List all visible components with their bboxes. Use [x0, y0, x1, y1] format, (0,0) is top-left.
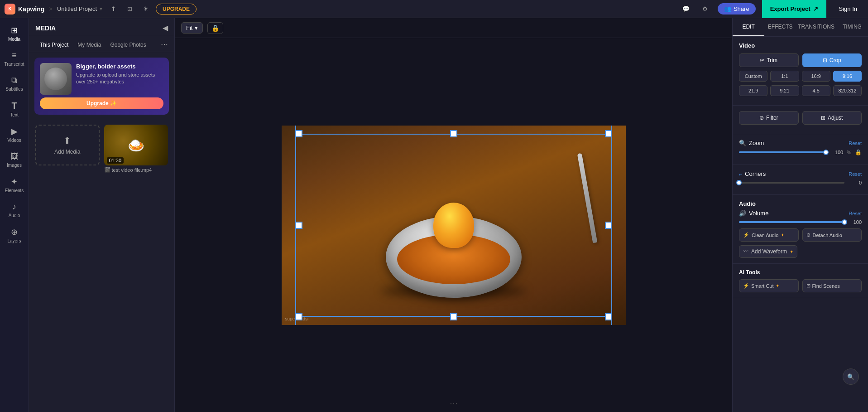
main-layout: ⊞ Media ≡ Transcript ⧉ Subtitles T Text … [0, 18, 868, 412]
fit-dropdown[interactable]: Fit ▾ [181, 22, 203, 34]
aspect-21-9[interactable]: 21:9 [739, 85, 767, 96]
volume-label: Volume [749, 210, 768, 217]
adjust-icon: ⊞ [821, 115, 825, 121]
clean-audio-button[interactable]: ⚡ Clean Audio ✦ [739, 228, 799, 242]
upgrade-card-content: Bigger, bolder assets Upgrade to upload … [40, 63, 163, 95]
crop-handle-bc[interactable] [450, 313, 457, 320]
volume-value: 100 [848, 219, 862, 225]
smart-cut-sparkle: ✦ [776, 283, 779, 288]
crop-handle-br[interactable] [605, 313, 612, 320]
canvas-wrapper: superfoodsi [175, 38, 732, 412]
app-name: Kapwing [18, 5, 44, 13]
sidebar-item-images[interactable]: 🖼 Images [1, 148, 28, 171]
filter-icon: ⊘ [759, 115, 764, 121]
crop-handle-tc[interactable] [450, 130, 457, 137]
tab-transitions[interactable]: TRANSITIONS [796, 18, 836, 36]
project-name[interactable]: Untitled Project ▼ [57, 5, 103, 12]
trim-icon: ✂ [760, 57, 764, 63]
sun-icon[interactable]: ☀ [139, 3, 152, 15]
zoom-reset[interactable]: Reset [849, 141, 862, 146]
find-scenes-button[interactable]: ⊡ Find Scenes [802, 279, 862, 292]
add-media-button[interactable]: ⬆ Add Media [35, 125, 100, 173]
aspect-custom[interactable]: Custom [739, 71, 767, 82]
corners-title: Corners [745, 170, 766, 177]
waveform-icon: 〰 [743, 248, 748, 255]
ai-tools-title: AI Tools [739, 269, 862, 276]
signin-button[interactable]: Sign In [833, 0, 863, 18]
zoom-slider-row: 100 % 🔒 [739, 149, 862, 155]
audio-title: Audio [739, 200, 756, 207]
sidebar-item-videos[interactable]: ▶ Videos [1, 123, 28, 146]
upgrade-card-button[interactable]: Upgrade ✨ [40, 97, 163, 109]
crop-button[interactable]: ⊡ Crop [802, 53, 862, 67]
corners-reset[interactable]: Reset [849, 171, 862, 177]
upload-icon[interactable]: ⬆ [107, 3, 120, 15]
detach-icon: ⊘ [806, 232, 810, 238]
aspect-9-16[interactable]: 9:16 [833, 71, 862, 82]
images-icon: 🖼 [10, 152, 19, 161]
right-panel: EDIT EFFECTS TRANSITIONS TIMING Video ✂ … [732, 18, 868, 412]
collapse-panel-button[interactable]: ◀ [163, 24, 168, 32]
volume-icon: 🔊 [739, 210, 746, 217]
aspect-820-312[interactable]: 820:312 [833, 85, 862, 96]
share-button[interactable]: 👥 Share [718, 3, 756, 15]
tab-google-photos[interactable]: Google Photos [106, 40, 150, 50]
sidebar-item-transcript[interactable]: ≡ Transcript [1, 47, 28, 70]
detach-audio-button[interactable]: ⊘ Detach Audio [802, 228, 862, 242]
crop-handle-mr[interactable] [605, 222, 612, 229]
settings-icon[interactable]: ⚙ [699, 3, 711, 15]
sidebar-item-media[interactable]: ⊞ Media [1, 22, 28, 45]
add-waveform-button[interactable]: 〰 Add Waveform ✦ [739, 245, 797, 258]
tab-edit[interactable]: EDIT [733, 18, 764, 36]
sidebar-item-text[interactable]: T Text [1, 97, 28, 121]
adjust-button[interactable]: ⊞ Adjust [802, 111, 862, 125]
aspect-1-1[interactable]: 1:1 [770, 71, 799, 82]
smart-cut-button[interactable]: ⚡ Smart Cut ✦ [739, 279, 799, 292]
sidebar-item-audio[interactable]: ♪ Audio [1, 199, 28, 222]
zoom-value: 100 [830, 150, 843, 155]
crop-handle-ml[interactable] [295, 222, 302, 229]
audio-tools-row: ⚡ Clean Audio ✦ ⊘ Detach Audio [739, 228, 862, 242]
more-options-icon[interactable]: ⋯ [161, 40, 168, 50]
dropdown-arrow-icon: ▾ [195, 24, 198, 31]
crop-handle-tl[interactable] [295, 130, 302, 137]
sidebar-label-text: Text [10, 112, 18, 117]
topbar-icons: 💬 ⚙ 👥 Share Export Project ↗ Sign In [680, 0, 863, 18]
volume-reset[interactable]: Reset [849, 211, 862, 216]
tab-effects[interactable]: EFFECTS [764, 18, 796, 36]
app-logo[interactable]: K Kapwing [5, 4, 44, 15]
corners-section: ⌐ Corners Reset 0 [733, 165, 868, 195]
corners-slider-row: 0 [739, 180, 862, 185]
aspect-4-5[interactable]: 4:5 [802, 85, 830, 96]
export-button[interactable]: Export Project ↗ [762, 0, 826, 18]
sidebar-item-elements[interactable]: ✦ Elements [1, 173, 28, 197]
trim-button[interactable]: ✂ Trim [739, 53, 799, 67]
waveform-sparkle: ✦ [790, 249, 793, 254]
crop-handle-tr[interactable] [605, 130, 612, 137]
upgrade-button[interactable]: UPGRADE [156, 4, 197, 15]
filter-adjust-row: ⊘ Filter ⊞ Adjust [739, 111, 862, 125]
crop-handle-bl[interactable] [295, 313, 302, 320]
sidebar-item-layers[interactable]: ⊕ Layers [1, 223, 28, 247]
tab-this-project[interactable]: This Project [35, 40, 73, 50]
corners-slider[interactable] [739, 182, 844, 184]
zoom-slider[interactable] [739, 151, 826, 153]
aspect-9-21[interactable]: 9:21 [770, 85, 799, 96]
zoom-title: Zoom [749, 140, 764, 146]
left-sidebar: ⊞ Media ≡ Transcript ⧉ Subtitles T Text … [0, 18, 29, 412]
video-frame[interactable]: superfoodsi [282, 126, 626, 325]
filter-button[interactable]: ⊘ Filter [739, 111, 799, 125]
lock-button[interactable]: 🔒 [207, 22, 223, 34]
smart-cut-icon: ⚡ [743, 283, 749, 289]
upgrade-card-thumbnail [40, 63, 72, 95]
tab-my-media[interactable]: My Media [73, 40, 106, 50]
sidebar-label-subtitles: Subtitles [5, 87, 23, 92]
sidebar-item-subtitles[interactable]: ⧉ Subtitles [1, 72, 28, 95]
desktop-icon[interactable]: ⊡ [123, 3, 136, 15]
chat-icon[interactable]: 💬 [680, 3, 692, 15]
volume-slider[interactable] [739, 221, 844, 223]
filter-adjust-section: ⊘ Filter ⊞ Adjust [733, 106, 868, 134]
tab-timing[interactable]: TIMING [836, 18, 868, 36]
media-duration-0: 01:30 [107, 157, 124, 164]
aspect-16-9[interactable]: 16:9 [802, 71, 830, 82]
